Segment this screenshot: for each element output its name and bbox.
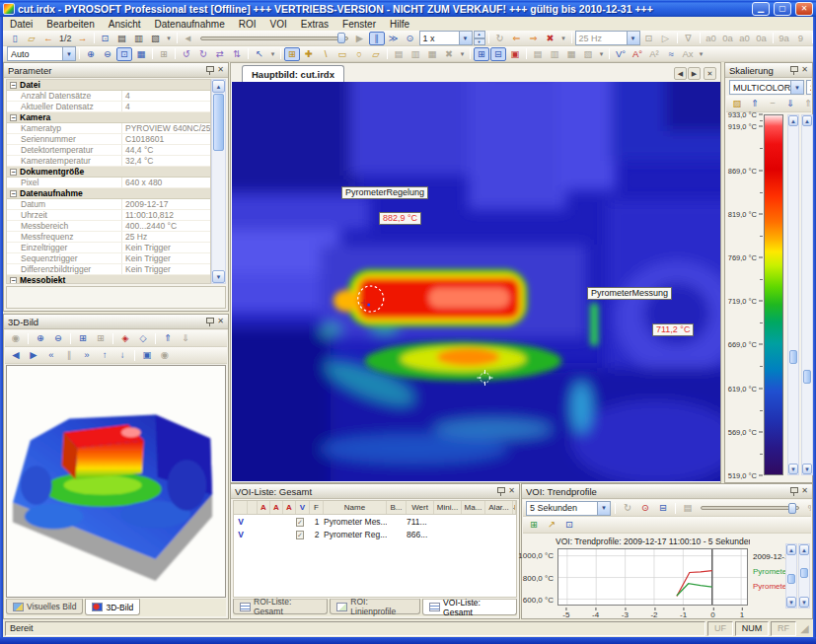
grid-minor-icon[interactable]: ⊞ xyxy=(93,331,109,345)
scrollbar-thumb[interactable] xyxy=(800,568,808,578)
print-trend-icon[interactable]: ▤ xyxy=(680,501,696,515)
pause-icon[interactable]: ∥ xyxy=(369,32,385,45)
collapse-icon[interactable]: − xyxy=(10,82,17,89)
tab-hauptbild[interactable]: Hauptbild: cut.irdx xyxy=(242,65,344,83)
frequency-combo[interactable]: 25 Hz▼ xyxy=(575,31,640,45)
column-header[interactable]: Wert xyxy=(407,501,434,514)
pin-icon[interactable] xyxy=(789,486,798,496)
property-row[interactable]: Anzahl Datensätze4 xyxy=(7,91,210,102)
roi-rectangle-icon[interactable]: ▭ xyxy=(334,47,350,61)
open-folder-icon[interactable]: ▱ xyxy=(24,32,39,45)
next-record-icon[interactable]: → xyxy=(75,32,91,45)
property-row[interactable]: Uhrzeit11:00:10,812 xyxy=(7,210,210,221)
column-header[interactable]: B... xyxy=(387,501,407,514)
toolbar-overflow-button[interactable]: ▾ xyxy=(268,50,277,58)
value-absolute-icon[interactable]: V° xyxy=(613,47,629,61)
scroll-down-icon[interactable]: ▼ xyxy=(786,597,796,608)
record-play-icon[interactable]: ▷ xyxy=(658,32,674,45)
trend-scale-scrollbar-1[interactable]: ▲ ▼ xyxy=(785,543,797,608)
property-row[interactable]: Messfrequenz25 Hz xyxy=(7,232,210,243)
scale-manual-icon[interactable]: − xyxy=(765,97,780,110)
tab-roi-liste[interactable]: ROI-Liste: Gesamt xyxy=(233,599,328,614)
alarm-column-icon[interactable]: A xyxy=(270,501,283,514)
scale-min-scrollbar[interactable]: ▲ ▼ xyxy=(801,114,813,475)
dropdown-arrow-icon[interactable]: ▼ xyxy=(62,47,75,60)
play-3d-icon[interactable]: ▶ xyxy=(26,348,41,362)
alarm-column-icon[interactable]: A xyxy=(258,501,270,514)
digital-9a-icon[interactable]: 9a xyxy=(777,32,792,45)
trend-export-file-icon[interactable]: ↗ xyxy=(544,518,559,532)
export-trend-icon[interactable]: ⊟ xyxy=(655,501,671,515)
save-3d-image-icon[interactable]: ◉ xyxy=(157,348,173,362)
copy-3d-image-icon[interactable]: ▣ xyxy=(139,348,155,362)
close-icon[interactable]: ✕ xyxy=(801,65,808,75)
scale-auto-up-icon[interactable]: ⇑ xyxy=(747,97,763,110)
scrollbar-thumb[interactable] xyxy=(213,94,224,151)
resize-grip[interactable]: ◢ xyxy=(798,621,811,636)
rotate-3d-icon[interactable]: ◉ xyxy=(8,331,24,345)
voi-table-row[interactable]: V✓2Pyrometer Reg...866... xyxy=(234,528,516,540)
delete-record-icon[interactable]: ✖ xyxy=(543,32,558,45)
close-icon[interactable]: ✕ xyxy=(508,486,515,496)
tab-roi-linienprofile[interactable]: ROI: Linienprofile xyxy=(330,599,420,614)
collapse-icon[interactable]: − xyxy=(10,190,17,197)
jump-first-icon[interactable]: ⇐ xyxy=(509,32,525,45)
scale-max-scrollbar[interactable]: ▲ ▼ xyxy=(787,114,799,475)
zoom-combo[interactable]: Auto▼ xyxy=(7,46,76,61)
loop-icon[interactable]: ↻ xyxy=(492,32,508,45)
voi-copy-4-icon[interactable]: ▧ xyxy=(580,47,596,61)
trend-scale-scrollbar-2[interactable]: ▲ ▼ xyxy=(798,543,810,608)
refresh-trend-icon[interactable]: ↻ xyxy=(620,501,635,515)
menu-datei[interactable]: Datei xyxy=(3,19,39,30)
property-group[interactable]: −Kamera xyxy=(7,112,210,123)
bild3d-panel-header[interactable]: 3D-Bild ✕ xyxy=(4,315,228,329)
column-header[interactable]: Alar... xyxy=(485,501,513,514)
record-save-icon[interactable]: ⊡ xyxy=(641,32,657,45)
property-row[interactable]: Aktueller Datensatz4 xyxy=(7,102,210,112)
visible-checkbox[interactable]: ✓ xyxy=(296,518,304,527)
step-up-icon[interactable]: ↑ xyxy=(97,348,112,362)
pin-icon[interactable] xyxy=(789,65,798,75)
collapse-icon[interactable]: − xyxy=(10,114,17,121)
scroll-up-icon[interactable]: ▲ xyxy=(788,115,798,126)
zoom-window-icon[interactable]: ▦ xyxy=(133,47,149,61)
mirror-vertical-icon[interactable]: ⇅ xyxy=(229,47,245,61)
trend-panel-header[interactable]: VOI: Trendprofile ✕ xyxy=(522,484,812,499)
position-slider[interactable] xyxy=(200,32,348,44)
menu-voi[interactable]: VOI xyxy=(262,19,293,30)
scroll-down-icon[interactable]: ▼ xyxy=(788,464,798,474)
property-row[interactable]: DifferenzbildtriggerKein Trigger xyxy=(7,264,210,275)
dropdown-arrow-icon[interactable]: ▼ xyxy=(597,502,610,515)
scroll-down-icon[interactable]: ▼ xyxy=(802,464,812,474)
scroll-up-icon[interactable]: ▲ xyxy=(212,80,225,93)
collapse-icon[interactable]: − xyxy=(10,277,17,284)
levels-combo[interactable]: 256▼ xyxy=(806,80,811,95)
voi-new-icon[interactable]: ▣ xyxy=(507,47,523,61)
toolbar-overflow-button[interactable]: ▾ xyxy=(697,50,705,58)
interval-combo[interactable]: 5 Sekunden▼ xyxy=(526,501,611,516)
value-ax-icon[interactable]: Ax xyxy=(680,47,696,61)
record-trend-icon[interactable]: ⊙ xyxy=(637,501,653,515)
grid-icon[interactable]: ⊞ xyxy=(156,47,172,61)
print-icon[interactable]: ▥ xyxy=(131,32,147,45)
roi-group-2-icon[interactable]: ▥ xyxy=(408,47,423,61)
menu-ansicht[interactable]: Ansicht xyxy=(102,19,148,30)
annotation-regelung-value[interactable]: 882,9 °C xyxy=(379,212,421,225)
tab-scroll-left-icon[interactable]: ◀ xyxy=(674,67,687,80)
toolbar-overflow-button[interactable]: ▾ xyxy=(559,35,568,42)
column-header[interactable]: F xyxy=(310,501,324,514)
column-header[interactable]: Ma... xyxy=(462,501,485,514)
property-row[interactable]: SeriennummerC1018601 xyxy=(7,134,210,145)
skalierung-panel-header[interactable]: Skalierung ✕ xyxy=(725,63,812,78)
scrollbar-thumb[interactable] xyxy=(803,370,811,384)
speed-spinner[interactable]: ▲▼ xyxy=(474,31,485,45)
alarm-column-icon[interactable]: A xyxy=(283,501,296,514)
value-squared-icon[interactable]: A² xyxy=(646,47,662,61)
snapshot-icon[interactable]: ⊙ xyxy=(403,32,418,45)
save-icon[interactable]: ⊡ xyxy=(98,32,113,45)
rotate-left-icon[interactable]: ↺ xyxy=(179,47,194,61)
tab-visuelles-bild[interactable]: Visuelles Bild xyxy=(6,599,83,614)
scale-auto-down-icon[interactable]: ⇓ xyxy=(782,97,798,110)
toolbar-overflow-button[interactable]: ▾ xyxy=(597,50,606,58)
select-cursor-icon[interactable]: ↖ xyxy=(252,47,267,61)
